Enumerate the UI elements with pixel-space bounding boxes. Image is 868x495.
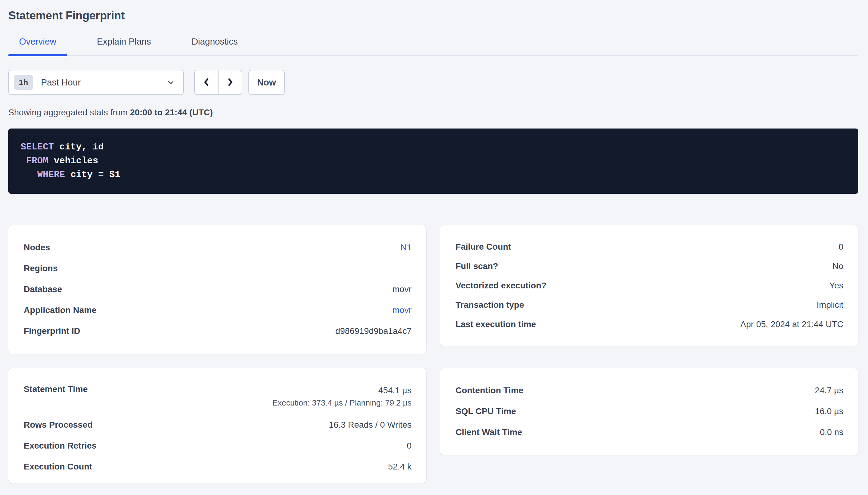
execution-retries-label: Execution Retries — [24, 441, 97, 451]
table-row: Failure Count 0 — [456, 237, 844, 256]
table-row: Fingerprint ID d986919d9ba1a4c7 — [24, 321, 411, 342]
statement-time-label: Statement Time — [24, 384, 88, 394]
statement-time-values: 454.1 µs Execution: 373.4 µs / Planning:… — [273, 384, 411, 409]
statement-timing-card: Statement Time 454.1 µs Execution: 373.4… — [8, 368, 426, 483]
table-row: Rows Processed 16.3 Reads / 0 Writes — [24, 414, 411, 436]
client-wait-time-label: Client Wait Time — [456, 427, 522, 437]
database-value: movr — [392, 285, 411, 294]
page-title: Statement Fingerprint — [8, 8, 858, 23]
table-row: Execution Count 52.4 k — [24, 456, 411, 477]
full-scan-label: Full scan? — [456, 261, 498, 271]
last-execution-time-label: Last execution time — [456, 320, 536, 329]
now-button[interactable]: Now — [248, 70, 285, 95]
table-row: Execution Retries 0 — [24, 436, 411, 456]
sql-text: city, id — [54, 142, 104, 152]
rows-processed-label: Rows Processed — [24, 420, 93, 430]
chevron-down-icon — [166, 78, 175, 87]
vectorized-execution-value: Yes — [829, 281, 844, 291]
database-label: Database — [24, 285, 62, 294]
table-row: SQL CPU Time 16.0 µs — [456, 401, 844, 422]
fingerprint-id-label: Fingerprint ID — [24, 326, 80, 336]
table-row: Contention Time 24.7 µs — [456, 380, 844, 401]
contention-time-value: 24.7 µs — [815, 386, 844, 395]
nodes-label: Nodes — [24, 243, 50, 252]
sql-statement-box: SELECT city, id FROM vehicles WHERE city… — [8, 129, 858, 194]
execution-count-value: 52.4 k — [388, 462, 411, 472]
table-row: Database movr — [24, 279, 411, 300]
table-row: Transaction type Implicit — [456, 295, 844, 314]
tab-explain-plans[interactable]: Explain Plans — [86, 36, 162, 55]
regions-label: Regions — [24, 263, 58, 273]
time-range-dropdown[interactable]: 1h Past Hour — [8, 70, 184, 95]
table-row: Client Wait Time 0.0 ns — [456, 422, 844, 443]
failure-count-value: 0 — [838, 242, 844, 252]
sql-indent — [21, 169, 37, 180]
time-range-label: Past Hour — [41, 78, 81, 88]
full-scan-value: No — [832, 261, 844, 271]
table-row: Application Name movr — [24, 300, 411, 321]
chevron-right-icon — [225, 77, 235, 88]
contention-time-label: Contention Time — [456, 386, 523, 395]
time-interval-badge: 1h — [14, 75, 33, 90]
statement-details-card: Nodes N1 Regions Database movr Applicati… — [8, 225, 426, 354]
overview-cards-grid: Nodes N1 Regions Database movr Applicati… — [8, 225, 858, 483]
execution-attributes-card: Failure Count 0 Full scan? No Vectorized… — [440, 225, 858, 346]
tab-overview[interactable]: Overview — [8, 36, 67, 55]
transaction-type-label: Transaction type — [456, 300, 524, 310]
vectorized-execution-label: Vectorized execution? — [456, 281, 547, 291]
nodes-link[interactable]: N1 — [400, 243, 411, 252]
stats-line-prefix: Showing aggregated stats from — [8, 108, 130, 117]
fingerprint-id-value: d986919d9ba1a4c7 — [335, 326, 411, 336]
failure-count-label: Failure Count — [456, 242, 511, 252]
tab-bar: Overview Explain Plans Diagnostics — [8, 36, 858, 56]
statement-time-breakdown: Execution: 373.4 µs / Planning: 79.2 µs — [273, 397, 411, 409]
sql-cpu-time-label: SQL CPU Time — [456, 407, 516, 416]
statement-time-value: 454.1 µs — [273, 384, 411, 397]
aggregated-stats-line: Showing aggregated stats from 20:00 to 2… — [8, 107, 858, 118]
sql-keyword: FROM — [26, 156, 48, 166]
sql-keyword: SELECT — [21, 142, 54, 152]
tab-diagnostics[interactable]: Diagnostics — [181, 36, 249, 55]
table-row: Nodes N1 — [24, 237, 411, 258]
client-wait-time-value: 0.0 ns — [820, 427, 844, 437]
application-name-label: Application Name — [24, 305, 96, 315]
sql-text: city = $1 — [65, 169, 120, 180]
table-row: Regions — [24, 258, 411, 279]
wait-timing-card: Contention Time 24.7 µs SQL CPU Time 16.… — [440, 368, 858, 455]
next-time-range-button[interactable] — [218, 70, 242, 95]
sql-indent — [21, 156, 26, 166]
sql-text: vehicles — [48, 156, 98, 166]
table-row: Vectorized execution? Yes — [456, 276, 844, 295]
sql-cpu-time-value: 16.0 µs — [815, 407, 844, 416]
table-row: Last execution time Apr 05, 2024 at 21:4… — [456, 314, 844, 334]
chevron-left-icon — [201, 77, 212, 88]
time-controls: 1h Past Hour — [8, 70, 858, 95]
transaction-type-value: Implicit — [817, 300, 844, 310]
sql-keyword: WHERE — [37, 169, 65, 180]
table-row: Full scan? No — [456, 256, 844, 276]
stats-line-range: 20:00 to 21:44 (UTC) — [130, 108, 213, 117]
table-row: Statement Time 454.1 µs Execution: 373.4… — [24, 380, 411, 409]
execution-count-label: Execution Count — [24, 462, 92, 472]
application-name-link[interactable]: movr — [392, 305, 411, 315]
rows-processed-value: 16.3 Reads / 0 Writes — [329, 420, 411, 430]
time-range-pager — [194, 70, 242, 95]
execution-retries-value: 0 — [407, 441, 411, 451]
prev-time-range-button[interactable] — [194, 70, 218, 95]
statement-fingerprint-page: Statement Fingerprint Overview Explain P… — [0, 0, 868, 495]
last-execution-time-value: Apr 05, 2024 at 21:44 UTC — [740, 320, 844, 329]
